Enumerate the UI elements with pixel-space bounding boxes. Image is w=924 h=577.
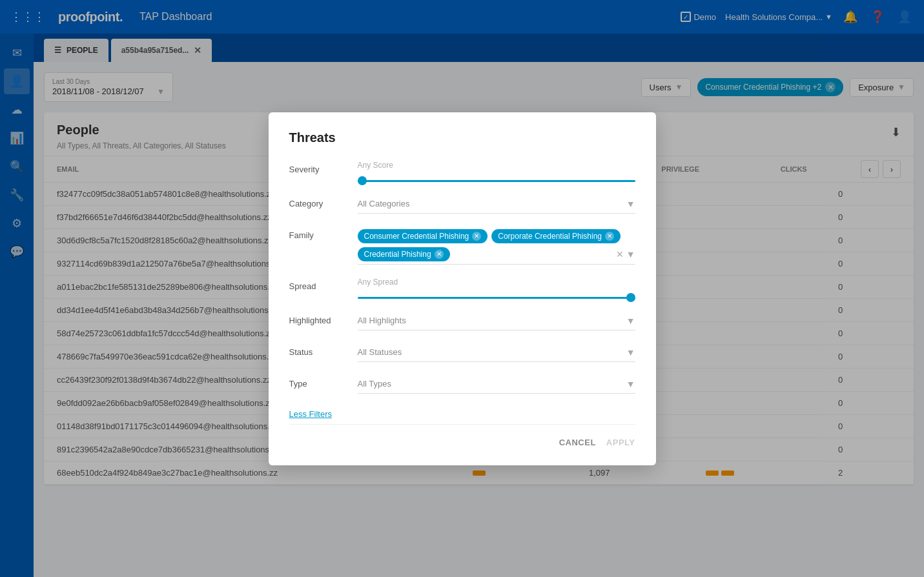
severity-track <box>358 180 635 182</box>
spread-row: Spread Any Spread <box>289 278 635 299</box>
category-row: Category All Categories ▼ <box>289 195 635 214</box>
highlighted-select[interactable]: All Highlights ▼ <box>358 312 635 330</box>
family-control: Consumer Credential Phishing ✕ Corporate… <box>358 227 635 265</box>
type-row: Type All Types ▼ <box>289 375 635 394</box>
category-chevron-icon: ▼ <box>626 199 635 209</box>
modal-footer: CANCEL APPLY <box>289 424 635 447</box>
family-label: Family <box>289 227 347 240</box>
status-select[interactable]: All Statuses ▼ <box>358 343 635 362</box>
modal-title: Threats <box>289 130 635 145</box>
highlighted-row: Highlighted All Highlights ▼ <box>289 312 635 330</box>
apply-button[interactable]: APPLY <box>606 438 635 447</box>
category-select[interactable]: All Categories ▼ <box>358 195 635 214</box>
status-chevron-icon: ▼ <box>626 347 635 358</box>
type-chevron-icon: ▼ <box>626 379 635 389</box>
status-control[interactable]: All Statuses ▼ <box>358 343 635 362</box>
status-row: Status All Statuses ▼ <box>289 343 635 362</box>
severity-thumb[interactable] <box>358 176 367 185</box>
severity-slider[interactable] <box>358 174 635 182</box>
spread-control: Any Spread <box>358 278 635 299</box>
type-control[interactable]: All Types ▼ <box>358 375 635 394</box>
modal-overlay[interactable]: Threats Severity Any Score Category All … <box>0 0 924 577</box>
category-label: Category <box>289 195 347 208</box>
threats-modal: Threats Severity Any Score Category All … <box>269 112 656 465</box>
cancel-button[interactable]: CANCEL <box>559 438 596 447</box>
chip-consumer-credential-phishing[interactable]: Consumer Credential Phishing ✕ <box>358 229 488 243</box>
family-chip-group[interactable]: Consumer Credential Phishing ✕ Corporate… <box>358 227 635 265</box>
category-control[interactable]: All Categories ▼ <box>358 195 635 214</box>
status-label: Status <box>289 343 347 357</box>
family-chevron-icon[interactable]: ▼ <box>626 249 635 259</box>
highlighted-control[interactable]: All Highlights ▼ <box>358 312 635 330</box>
spread-label: Spread <box>289 278 347 291</box>
severity-label: Severity <box>289 161 347 174</box>
severity-row: Severity Any Score <box>289 161 635 182</box>
family-chip-actions: ✕ ▼ <box>616 249 635 259</box>
less-filters-link[interactable]: Less Filters <box>289 409 332 419</box>
severity-control: Any Score <box>358 161 635 182</box>
chip-credential-phishing[interactable]: Credential Phishing ✕ <box>358 247 450 261</box>
chip-credential-close-icon[interactable]: ✕ <box>435 250 444 259</box>
type-label: Type <box>289 375 347 389</box>
spread-placeholder: Any Spread <box>358 278 635 287</box>
chip-consumer-close-icon[interactable]: ✕ <box>472 232 481 241</box>
family-row: Family Consumer Credential Phishing ✕ Co… <box>289 227 635 265</box>
spread-track <box>358 297 635 299</box>
chip-corporate-close-icon[interactable]: ✕ <box>605 232 614 241</box>
chip-clear-icon[interactable]: ✕ <box>616 249 624 259</box>
spread-slider[interactable] <box>358 290 635 299</box>
highlighted-chevron-icon: ▼ <box>626 316 635 326</box>
chip-corporate-credential-phishing[interactable]: Corporate Credential Phishing ✕ <box>491 229 621 243</box>
highlighted-label: Highlighted <box>289 312 347 325</box>
severity-placeholder: Any Score <box>358 161 635 170</box>
type-select[interactable]: All Types ▼ <box>358 375 635 394</box>
spread-thumb[interactable] <box>626 293 635 302</box>
